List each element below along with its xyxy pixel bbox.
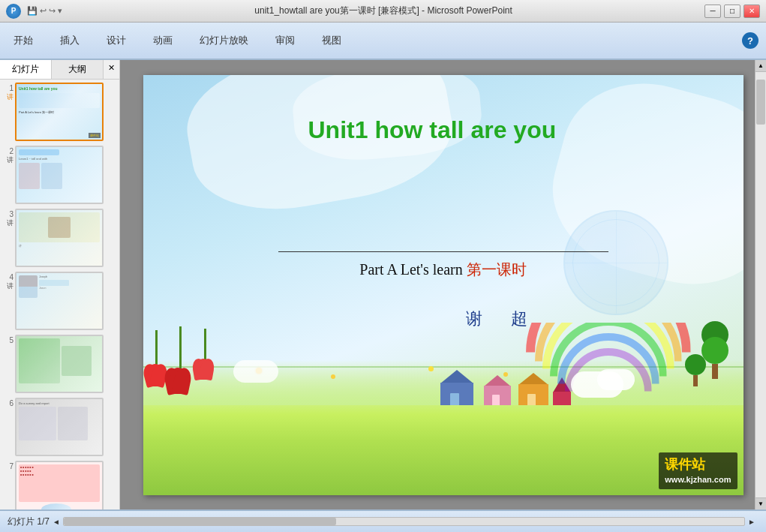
slide-sub-1: 讲 <box>7 93 14 101</box>
h-scroll-track[interactable] <box>63 517 745 526</box>
slide-thumb-5[interactable] <box>15 335 104 393</box>
ribbon-tab-view[interactable]: 视图 <box>316 31 347 50</box>
main-area: 幻灯片 大纲 ✕ 1 讲 Unit1 how tall are you Part… <box>0 60 766 509</box>
minimize-button[interactable]: ─ <box>704 5 721 18</box>
cloud-2 <box>597 369 635 390</box>
slide-num-7: 7 <box>9 462 14 471</box>
window-title: unit1_howtall are you第一课时 [兼容模式] - Micro… <box>62 5 704 17</box>
subtitle-english: Part A Let's learn <box>359 261 466 278</box>
ribbon-tab-design[interactable]: 设计 <box>101 31 132 50</box>
main-slide: Unit1 how tall are you Part A Let's lear… <box>143 75 743 495</box>
ribbon-tab-start[interactable]: 开始 <box>8 31 39 50</box>
small-flower-2 <box>331 374 335 379</box>
window-controls[interactable]: ─ □ ✕ <box>704 5 760 18</box>
slide-title: Unit1 how tall are you <box>308 116 557 144</box>
slide-item-3[interactable]: 3 讲 讲 <box>3 209 116 267</box>
slide-item-5[interactable]: 5 <box>3 335 116 393</box>
app-icon: P <box>6 4 21 19</box>
subtitle-line <box>278 251 608 252</box>
slide-sub-3: 讲 <box>7 219 14 227</box>
slide-panel: 幻灯片 大纲 ✕ 1 讲 Unit1 how tall are you Part… <box>0 60 120 509</box>
scroll-right-button[interactable]: ► <box>748 518 755 526</box>
h-scroll-thumb[interactable] <box>64 518 336 525</box>
title-bar: P 💾 ↩ ↪ ▾ unit1_howtall are you第一课时 [兼容模… <box>0 0 766 23</box>
slide-item-4[interactable]: 4 讲 Joseph Jason <box>3 272 116 330</box>
scroll-track <box>755 72 766 497</box>
slide-sub-2: 讲 <box>7 156 14 164</box>
horizontal-scroll-area: ◄ ► <box>50 517 758 526</box>
slide-item-6[interactable]: 6 Do a survey and report <box>3 398 116 456</box>
slide-thumb-1[interactable]: Unit1 how tall are you Part A Let's lear… <box>15 83 104 141</box>
slide-subtitle-area: Part A Let's learn 第一课时 <box>278 251 608 280</box>
slide-count: 幻灯片 1/7 <box>8 515 50 528</box>
maximize-button[interactable]: □ <box>724 5 740 18</box>
vertical-scrollbar[interactable]: ▲ ▼ <box>755 60 766 509</box>
content-area: Unit1 how tall are you Part A Let's lear… <box>120 60 766 509</box>
slide-thumb-7[interactable]: ■ ■ ■ ■ ■ ■ ■ ■ ■ ■ ■ ■ ■ ■ ■ ■ ■ <box>15 461 104 509</box>
slide-item-1[interactable]: 1 讲 Unit1 how tall are you Part A Let's … <box>3 83 116 141</box>
slide-thumb-6[interactable]: Do a survey and report <box>15 398 104 456</box>
help-icon[interactable]: ? <box>742 32 758 49</box>
slide-thumb-2[interactable]: Learn1 ~ tall and with <box>15 146 104 204</box>
tulip-3 <box>200 329 211 383</box>
watermark: 课件站 www.kjzhan.com <box>659 452 737 489</box>
watermark-text: 课件站 <box>665 455 731 474</box>
tab-outline[interactable]: 大纲 <box>52 60 104 79</box>
slide-num-1: 1 <box>9 84 14 93</box>
scroll-left-button[interactable]: ◄ <box>53 518 60 526</box>
slide-num-4: 4 <box>9 273 14 282</box>
slide-item-7[interactable]: 7 ■ ■ ■ ■ ■ ■ ■ ■ ■ ■ ■ ■ ■ ■ ■ ■ ■ <box>3 461 116 509</box>
slide-item-2[interactable]: 2 讲 Learn1 ~ tall and with <box>3 146 116 204</box>
slide-num-6: 6 <box>9 399 14 408</box>
ribbon-tab-review[interactable]: 审阅 <box>269 31 301 50</box>
title-bar-left: P 💾 ↩ ↪ ▾ <box>6 4 62 19</box>
status-bar: 幻灯片 1/7 ◄ ► <box>0 509 766 532</box>
ribbon-tab-insert[interactable]: 插入 <box>54 31 86 50</box>
ribbon-tab-slideshow[interactable]: 幻灯片放映 <box>194 31 254 50</box>
slide-sub-4: 讲 <box>7 282 14 290</box>
scroll-up-button[interactable]: ▲ <box>755 60 766 72</box>
close-button[interactable]: ✕ <box>743 5 760 18</box>
ribbon: 开始 插入 设计 动画 幻灯片放映 审阅 视图 ? <box>0 23 766 60</box>
small-flower-3 <box>428 366 434 371</box>
panel-close-button[interactable]: ✕ <box>104 60 119 79</box>
slide-author: 谢 超 <box>466 308 533 330</box>
ribbon-tab-animation[interactable]: 动画 <box>147 31 179 50</box>
slide-num-2: 2 <box>9 147 14 156</box>
tab-slides[interactable]: 幻灯片 <box>0 60 52 79</box>
slide-num-5: 5 <box>9 336 14 345</box>
slide-list: 1 讲 Unit1 how tall are you Part A Let's … <box>0 80 119 509</box>
panel-tabs: 幻灯片 大纲 ✕ <box>0 60 119 80</box>
subtitle-chinese: 第一课时 <box>467 261 527 278</box>
slide-thumb-4[interactable]: Joseph Jason <box>15 272 104 330</box>
scroll-down-button[interactable]: ▼ <box>755 497 766 509</box>
slide-thumb-3[interactable]: 讲 <box>15 209 104 267</box>
slide-subtitle-text: Part A Let's learn 第一课时 <box>278 260 608 280</box>
scroll-thumb[interactable] <box>756 80 765 125</box>
slide-num-3: 3 <box>9 210 14 219</box>
tulip-2 <box>173 326 188 398</box>
watermark-url: www.kjzhan.com <box>665 474 731 485</box>
cloud-3 <box>233 360 278 383</box>
